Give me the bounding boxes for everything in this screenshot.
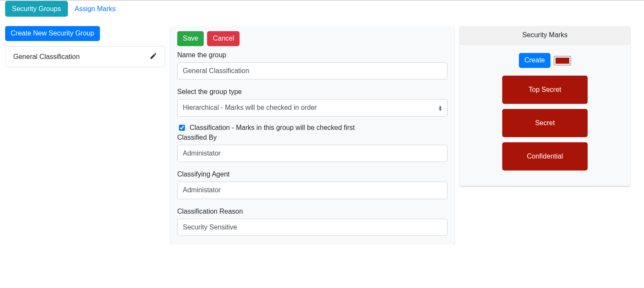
classified-by-label: Classified By	[177, 134, 448, 141]
edit-group-card: Save Cancel Name the group Select the gr…	[170, 26, 454, 244]
classifying-agent-label: Classifying Agent	[177, 170, 448, 178]
tab-assign-marks[interactable]: Assign Marks	[68, 1, 123, 17]
name-input[interactable]	[177, 62, 448, 79]
mark-confidential[interactable]: Confidential	[502, 142, 588, 170]
security-marks-header: Security Marks	[460, 26, 630, 44]
cancel-button[interactable]: Cancel	[207, 31, 240, 46]
security-group-list: General Classification	[5, 46, 165, 68]
classification-checkbox[interactable]	[179, 125, 185, 131]
classifying-agent-input[interactable]	[177, 182, 448, 199]
tabs: Security Groups Assign Marks	[5, 1, 639, 17]
name-label: Name the group	[177, 51, 448, 59]
list-item[interactable]: General Classification	[6, 47, 165, 67]
security-group-label: General Classification	[13, 53, 80, 61]
classification-checkbox-label: Classification - Marks in this group wil…	[190, 124, 355, 132]
classification-reason-input[interactable]	[177, 219, 448, 236]
create-mark-button[interactable]: Create	[519, 53, 550, 68]
create-new-security-group-button[interactable]: Create New Security Group	[5, 26, 100, 41]
mark-secret[interactable]: Secret	[502, 109, 588, 137]
color-swatch-inner	[556, 58, 569, 64]
classified-by-input[interactable]	[177, 145, 448, 162]
tab-security-groups[interactable]: Security Groups	[5, 1, 68, 17]
group-type-select[interactable]	[177, 99, 448, 116]
security-marks-card: Security Marks Create Top Secret Secret …	[460, 26, 630, 186]
left-column: Create New Security Group General Classi…	[5, 26, 165, 68]
mark-top-secret[interactable]: Top Secret	[502, 76, 588, 104]
color-picker[interactable]	[554, 56, 571, 65]
classification-reason-label: Classification Reason	[177, 208, 448, 215]
save-button[interactable]: Save	[177, 31, 204, 46]
group-type-label: Select the group type	[177, 88, 448, 96]
edit-icon[interactable]	[149, 52, 157, 62]
